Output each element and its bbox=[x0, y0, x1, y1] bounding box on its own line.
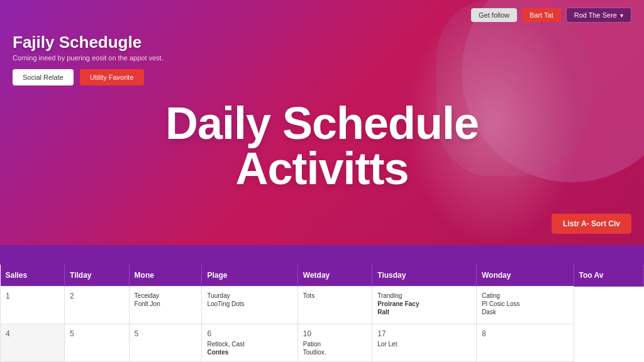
nav-right: Get follow Bart Tat Rod The Sere ▾ bbox=[471, 8, 631, 23]
calendar-row: 4556Retlock, CastContes10PationToutliox.… bbox=[1, 324, 644, 362]
calendar-cell: 17Lor Let bbox=[372, 324, 477, 362]
navbar: Get follow Bart Tat Rod The Sere ▾ bbox=[0, 0, 644, 30]
calendar-cell: 6Retlock, CastContes bbox=[202, 324, 297, 362]
calendar-header-cell: Wonday bbox=[477, 265, 574, 287]
calendar-header-cell: Salies bbox=[1, 265, 65, 287]
calendar-cell: 8 bbox=[477, 324, 574, 362]
calendar-cell: 4 bbox=[1, 324, 65, 362]
calendar-cell: Tots bbox=[297, 287, 372, 324]
calendar-cell: 10PationToutliox. bbox=[297, 324, 372, 362]
calendar-cell: CatingPl Cosic LossDask bbox=[477, 287, 574, 324]
brand-buttons: Social Relate Utility Favorite bbox=[13, 69, 631, 85]
calendar-cell: TeceidayFonlt Jon bbox=[129, 287, 202, 324]
calendar-cell: 5 bbox=[129, 324, 202, 362]
utility-favorite-button[interactable]: Utility Favorite bbox=[80, 69, 144, 85]
calendar-header-cell: Plage bbox=[202, 265, 297, 287]
get-follow-button[interactable]: Get follow bbox=[471, 8, 517, 22]
calendar-cell: TrandingProirane FacyRalt bbox=[372, 287, 477, 324]
brand-title: Fajily Schedugle bbox=[13, 33, 631, 52]
calendar-cell: TuurdayLooTing Dots bbox=[202, 287, 297, 324]
calendar-body: 12TeceidayFonlt JonTuurdayLooTing DotsTo… bbox=[1, 287, 644, 362]
calendar-header-cell: Too Av bbox=[574, 265, 643, 287]
list-sort-button[interactable]: Listr A- Sort Civ bbox=[552, 214, 631, 234]
calendar-header-cell: Tiusday bbox=[372, 265, 477, 287]
calendar-cell: 5 bbox=[65, 324, 130, 362]
user-name-label: Rod The Sere bbox=[574, 11, 617, 19]
calendar-section: SaliesTildayMonePlageWetdayTiusdayWonday… bbox=[0, 265, 644, 362]
calendar-table: SaliesTildayMonePlageWetdayTiusdayWonday… bbox=[0, 265, 644, 362]
user-dropdown[interactable]: Rod The Sere ▾ bbox=[566, 8, 631, 23]
calendar-cell: 2 bbox=[65, 287, 130, 324]
calendar-header-row: SaliesTildayMonePlageWetdayTiusdayWonday… bbox=[1, 265, 644, 287]
calendar-header-cell: Tilday bbox=[65, 265, 130, 287]
calendar-row: 12TeceidayFonlt JonTuurdayLooTing DotsTo… bbox=[1, 287, 644, 324]
cta-overlay: Listr A- Sort Civ bbox=[552, 214, 631, 234]
bart-tat-button[interactable]: Bart Tat bbox=[522, 8, 561, 22]
calendar-header-cell: Mone bbox=[129, 265, 202, 287]
brand-header: Fajily Schedugle Corning ineed by puerin… bbox=[0, 33, 644, 85]
calendar-header-cell: Wetday bbox=[297, 265, 372, 287]
brand-subtitle: Corning ineed by puering eosit on the ap… bbox=[13, 54, 631, 62]
social-relate-button[interactable]: Social Relate bbox=[13, 69, 74, 85]
chevron-down-icon: ▾ bbox=[620, 12, 623, 19]
calendar-cell: 1 bbox=[1, 287, 65, 324]
